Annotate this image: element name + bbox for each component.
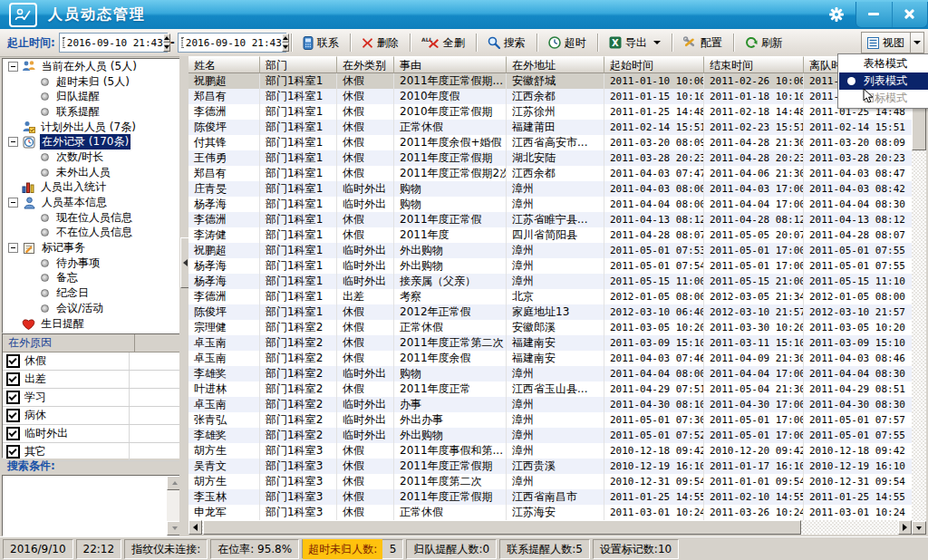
menu-item[interactable]: 列表模式 (839, 72, 928, 90)
minimize-button[interactable] (856, 2, 892, 27)
table-row[interactable]: 申龙军部门1科室3休假正常休假江苏海安2011-03-01 10:242011-… (188, 505, 912, 520)
table-row[interactable]: 郑昌有部门1科室1休假2011年度正常假期2次江西余都2011-04-03 07… (188, 166, 912, 181)
view-button[interactable]: 视图 (862, 35, 910, 51)
date-to-field[interactable]: 2016-09-10 21:43 (178, 33, 286, 53)
contact-button[interactable]: 联系 (296, 33, 345, 53)
refresh-button[interactable]: 刷新 (739, 33, 789, 53)
table-row[interactable]: 李玉林部门1科室3休假2011年度正常假期江西省南昌市2011-01-25 14… (188, 489, 912, 505)
tree-item[interactable]: 纪念日 (3, 285, 180, 301)
config-button[interactable]: 配置 (677, 33, 729, 53)
table-row[interactable]: 杨孝海部门1科室1临时外出购物漳州2011-04-04 08:002011-04… (188, 197, 912, 212)
table-row[interactable]: 陈俊坪部门1科室1休假2012年正常假家庭地址132012-03-10 06:4… (188, 304, 912, 320)
table-row[interactable]: 吴青文部门1科室3休假2011年度正常假期江西贵溪2010-12-19 16:1… (188, 459, 912, 474)
overtime-button[interactable]: 超时 (542, 33, 593, 53)
delete-button[interactable]: 删除 (355, 33, 405, 53)
search-button[interactable]: 搜索 (481, 33, 532, 53)
table-row[interactable]: 杨孝海部门1科室1临时外出接亲属（父亲）漳州2011-05-15 11:0020… (188, 274, 912, 289)
date-to-checkbox[interactable] (181, 37, 183, 48)
collapse-expander-icon[interactable] (8, 243, 18, 253)
settings-gear-icon[interactable] (823, 0, 850, 29)
table-row[interactable]: 胡方生部门1科室3休假2011年度事假和第...漳州2010-12-18 09:… (188, 443, 912, 459)
cell: 漳州 (507, 397, 604, 412)
table-row[interactable]: 李涛健部门1科室1休假2011年度四川省简阳县2011-04-28 08:072… (188, 227, 912, 243)
tree-item[interactable]: 人员基本信息 (3, 195, 180, 210)
table-row[interactable]: 宗理健部门1科室2休假正常休假安徽郎溪2011-03-05 10:202011-… (188, 320, 912, 335)
column-header[interactable]: 在外地址 (507, 56, 604, 73)
table-row[interactable]: 王伟勇部门1科室1休假2011年度正常假期湖北安陆2011-03-28 20:2… (188, 150, 912, 166)
vertical-scrollbar[interactable] (912, 56, 926, 535)
table-row[interactable]: 卓玉南部门1科室2临时外出办事漳州2011-04-30 08:102011-04… (188, 397, 912, 412)
date-from-checkbox[interactable] (63, 37, 64, 48)
table-row[interactable]: 胡方生部门1科室3休假2011年度第二次漳州2010-12-31 09:5420… (188, 474, 912, 489)
table-row[interactable]: 郑昌有部门1科室1休假2010年度假江西余都2011-01-15 10:1020… (188, 89, 912, 104)
menu-item[interactable]: 图标模式 (839, 90, 928, 107)
tree-item[interactable]: 备忘 (3, 271, 180, 286)
export-button[interactable]: X 导出 (603, 33, 667, 53)
column-header[interactable]: 起始时间 (604, 56, 704, 73)
reason-checkbox[interactable] (6, 372, 20, 386)
tree-item[interactable]: 会议/活动 (3, 301, 180, 316)
tree-item[interactable]: 归队提醒 (3, 89, 180, 104)
tree-item[interactable]: 次数/时长 (3, 150, 180, 165)
table-row[interactable]: 李雄奖部门1科室2临时外出外出购物漳州2011-05-01 07:522011-… (188, 428, 912, 443)
tree-item[interactable]: 超时未归 (5人) (3, 74, 180, 90)
reason-checkbox[interactable] (6, 354, 20, 368)
reason-checkbox[interactable] (6, 391, 20, 404)
scroll-down-button[interactable] (912, 521, 926, 535)
tree-item[interactable]: 当前在外人员 (5人) (3, 59, 180, 74)
table-row[interactable]: 庄青旻部门1科室1临时外出购物漳州2011-04-03 08:002011-04… (188, 181, 912, 197)
navigation-tree: 当前在外人员 (5人)超时未归 (5人)归队提醒联系提醒计划外出人员 (7条)在… (2, 58, 181, 333)
tree-item[interactable]: 现在位人员信息 (3, 210, 180, 226)
table-row[interactable]: 杨孝海部门1科室1临时外出外出购物漳州2011-05-01 07:542011-… (188, 258, 912, 274)
tree-item[interactable]: 生日提醒 (3, 316, 180, 332)
date-from-spinner[interactable] (163, 34, 170, 52)
column-header[interactable]: 在外类别 (337, 56, 394, 73)
reason-checkbox[interactable] (6, 409, 20, 422)
table-row[interactable]: 李雄奖部门1科室2临时外出购物漳州2011-04-04 08:002011-04… (188, 366, 912, 381)
menu-item[interactable]: 表格模式 (839, 55, 928, 72)
tree-item[interactable]: 联系提醒 (3, 104, 180, 120)
view-caret-button[interactable] (910, 33, 923, 53)
horizontal-scroll-thumb[interactable] (203, 520, 801, 535)
table-row[interactable]: 卓玉南部门1科室2休假2011年度余假福建南安2011-04-03 07:462… (188, 351, 912, 366)
tree-item[interactable]: 未外出人员 (3, 165, 180, 180)
tree-item[interactable]: 计划外出人员 (7条) (3, 120, 180, 135)
tree-item[interactable]: 在外记录 (170条) (3, 134, 180, 150)
horizontal-scrollbar[interactable] (188, 520, 912, 535)
column-header[interactable]: 部门 (260, 56, 337, 73)
delete-all-button[interactable]: ALL 全删 (415, 33, 471, 53)
table-row[interactable]: 祝鹏超部门1科室1休假2011年度正常假期...安徽舒城2011-01-10 1… (188, 73, 912, 89)
date-to-spinner[interactable] (282, 34, 289, 52)
table-row[interactable]: 张青弘部门1科室2临时外出外出办事漳州2011-05-01 07:302011-… (188, 412, 912, 428)
tree-item[interactable]: 待办事项 (3, 256, 180, 271)
tree-item[interactable]: 人员出入统计 (3, 180, 180, 196)
search-condition-input[interactable] (2, 475, 181, 536)
export-caret-icon[interactable] (653, 41, 661, 44)
table-row[interactable]: 李德洲部门1科室1出差考察北京2012-01-05 08:002012-03-0… (188, 289, 912, 304)
table-row[interactable]: 祝鹏超部门1科室1临时外出外出购物漳州2011-05-01 07:532011-… (188, 243, 912, 258)
tree-item[interactable]: 标记事务 (3, 240, 180, 256)
scroll-right-button[interactable] (898, 520, 912, 535)
collapse-expander-icon[interactable] (8, 137, 18, 147)
column-header[interactable]: 事由 (394, 56, 507, 73)
tree-item-label: 纪念日 (54, 285, 91, 301)
table-row[interactable]: 叶进林部门1科室2休假2011年度正常江西省玉山县...2011-04-29 0… (188, 381, 912, 397)
table-row[interactable]: 李德洲部门1科室1休假2010年度正常假期江苏徐州2011-01-25 14:4… (188, 104, 912, 120)
date-from-field[interactable]: 2016-09-10 21:43 (59, 33, 168, 53)
search-scrollbar[interactable] (167, 476, 180, 536)
reason-checkbox[interactable] (6, 445, 20, 459)
column-header[interactable]: 结束时间 (704, 56, 804, 73)
status-cell: 超时未归人数: 5 (302, 539, 403, 559)
tree-item[interactable]: 不在位人员信息 (3, 226, 180, 241)
collapse-expander-icon[interactable] (8, 62, 18, 72)
reason-checkbox[interactable] (6, 427, 20, 440)
table-row[interactable]: 付其锋部门1科室1休假2011年度余假+婚假江西省高安市...2011-03-2… (188, 135, 912, 150)
scroll-left-button[interactable] (188, 520, 202, 535)
collapse-expander-icon[interactable] (8, 198, 18, 208)
table-row[interactable]: 陈俊坪部门1科室1休假正常休假福建莆田2011-02-14 15:512011-… (188, 120, 912, 135)
close-button[interactable] (892, 2, 928, 27)
panel-splitter[interactable] (179, 56, 188, 536)
column-header[interactable]: 姓名 (188, 56, 260, 73)
table-row[interactable]: 卓玉南部门1科室2休假2011年度正常第二次福建南安2011-03-09 15:… (188, 335, 912, 351)
table-row[interactable]: 李德洲部门1科室1休假2011年度正常假江苏省睢宁县...2011-04-13 … (188, 212, 912, 227)
